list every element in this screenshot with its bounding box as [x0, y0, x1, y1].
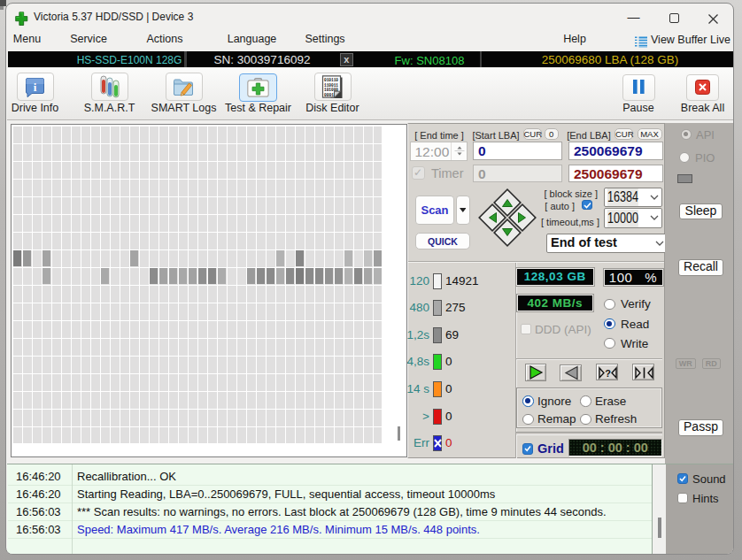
svg-text:i: i [34, 81, 37, 94]
svg-text:0001: 0001 [324, 93, 334, 98]
svg-text:?: ? [605, 368, 611, 379]
